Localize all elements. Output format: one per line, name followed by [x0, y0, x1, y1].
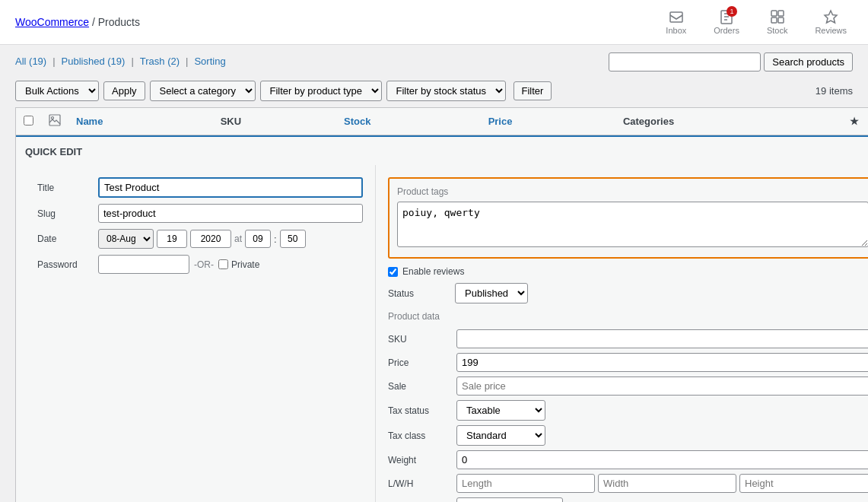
quick-edit-title: QUICK EDIT [25, 146, 868, 157]
select-all-checkbox[interactable] [24, 116, 33, 126]
woocommerce-link[interactable]: WooCommerce [15, 16, 89, 28]
tab-trash[interactable]: Trash (2) [140, 56, 180, 67]
header-icons: Inbox 1 1 Orders [660, 6, 853, 38]
date-month-select[interactable]: 08-Aug [98, 229, 154, 249]
product-tags-section: Product tags poiuy, qwerty [388, 177, 868, 259]
lwh-row: L/W/H [388, 474, 868, 493]
status-select[interactable]: Published Draft Private [455, 283, 528, 303]
or-text: -OR- [194, 259, 214, 270]
date-day-input[interactable] [157, 230, 187, 248]
price-label: Price [388, 357, 456, 368]
tab-all[interactable]: All (19) [15, 56, 46, 67]
breadcrumb-separator: / [92, 16, 98, 28]
weight-row: Weight [388, 450, 868, 469]
title-input[interactable] [98, 177, 363, 198]
date-minute-input[interactable] [280, 230, 306, 248]
reviews-label: Reviews [815, 26, 847, 35]
product-type-select[interactable]: Filter by product type [260, 81, 382, 101]
th-checkbox [16, 108, 42, 135]
svg-rect-0 [670, 12, 682, 22]
apply-button[interactable]: Apply [103, 81, 145, 100]
search-input[interactable] [609, 52, 761, 71]
height-input[interactable] [739, 474, 868, 493]
password-label: Password [37, 259, 98, 270]
date-row: Date 08-Aug at [37, 229, 363, 249]
th-price[interactable]: Price [481, 108, 615, 135]
th-name[interactable]: Name [68, 108, 213, 135]
shipping-class-row: Shipping class No shipping class [388, 497, 868, 502]
enable-reviews-label: Enable reviews [402, 266, 464, 277]
time-separator: : [274, 234, 277, 245]
stock-label: Stock [767, 26, 788, 35]
tab-sorting[interactable]: Sorting [194, 56, 225, 67]
th-categories: Categories [615, 108, 842, 135]
enable-reviews-row: Enable reviews [388, 266, 868, 277]
sale-row: Sale [388, 376, 868, 396]
search-products-button[interactable]: Search products [764, 52, 853, 71]
tax-status-label: Tax status [388, 405, 456, 416]
product-tags-label: Product tags [397, 186, 868, 197]
slug-input[interactable] [98, 204, 363, 223]
enable-reviews-checkbox[interactable] [388, 267, 398, 277]
slug-row: Slug [37, 204, 363, 223]
date-controls: 08-Aug at : [98, 229, 306, 249]
tax-status-select[interactable]: Taxable Shipping only None [456, 400, 545, 421]
stock-button[interactable]: Stock [761, 6, 794, 38]
date-at-text: at [234, 234, 242, 244]
reviews-button[interactable]: Reviews [809, 6, 853, 38]
breadcrumb: WooCommerce / Products [15, 16, 140, 28]
inbox-icon [669, 9, 684, 26]
bulk-actions-select[interactable]: Bulk Actions [15, 81, 99, 101]
length-input[interactable] [456, 474, 595, 493]
category-select[interactable]: Select a category [150, 81, 256, 101]
price-row: Price [388, 353, 868, 372]
date-hour-input[interactable] [245, 230, 271, 248]
stock-status-select[interactable]: Filter by stock status [386, 81, 506, 101]
private-text: Private [231, 259, 259, 270]
sku-input[interactable] [456, 329, 868, 348]
tax-status-row: Tax status Taxable Shipping only None [388, 400, 868, 421]
product-tags-input[interactable]: poiuy, qwerty [397, 202, 868, 247]
svg-rect-7 [778, 17, 784, 23]
page-title: Products [98, 16, 140, 28]
lwh-label: L/W/H [388, 478, 456, 489]
toolbar: Bulk Actions Apply Select a category Fil… [15, 81, 853, 101]
th-sku: SKU [213, 108, 336, 135]
password-input[interactable] [98, 255, 189, 274]
products-table: Name SKU Stock Price Categories ★ Date Q… [15, 107, 868, 502]
svg-marker-8 [825, 11, 837, 23]
date-year-input[interactable] [190, 230, 231, 248]
qe-left: Title Slug Date [25, 165, 375, 502]
stock-icon [770, 9, 785, 26]
tax-class-select[interactable]: Standard Reduced rate Zero rate [456, 425, 545, 446]
svg-rect-4 [771, 11, 777, 16]
sale-label: Sale [388, 381, 456, 392]
tab-published[interactable]: Published (19) [62, 56, 126, 67]
weight-label: Weight [388, 455, 456, 465]
sale-input[interactable] [456, 376, 868, 396]
svg-rect-5 [778, 11, 784, 16]
title-row: Title [37, 177, 363, 198]
filter-button[interactable]: Filter [513, 81, 552, 100]
weight-input[interactable] [456, 450, 868, 469]
width-input[interactable] [598, 474, 736, 493]
reviews-icon [823, 9, 838, 26]
svg-rect-9 [49, 115, 60, 126]
orders-label: Orders [714, 26, 739, 35]
private-label: Private [218, 259, 259, 270]
quick-edit-row: QUICK EDIT Title Slug [16, 135, 869, 503]
filter-tabs: All (19) | Published (19) | Trash (2) | … [15, 56, 226, 67]
orders-badge: 1 [727, 6, 737, 17]
price-input[interactable] [456, 353, 868, 372]
private-checkbox[interactable] [218, 259, 228, 269]
orders-button[interactable]: 1 1 Orders [707, 6, 746, 38]
search-area: Search products [609, 52, 853, 71]
product-data-title: Product data [388, 311, 868, 322]
lwh-inputs [456, 474, 868, 493]
item-count: 19 items [816, 85, 853, 97]
shipping-class-select[interactable]: No shipping class [456, 497, 563, 502]
password-row: Password -OR- Private [37, 255, 363, 274]
th-stock[interactable]: Stock [336, 108, 481, 135]
inbox-button[interactable]: Inbox [660, 6, 692, 38]
inbox-label: Inbox [666, 26, 686, 35]
